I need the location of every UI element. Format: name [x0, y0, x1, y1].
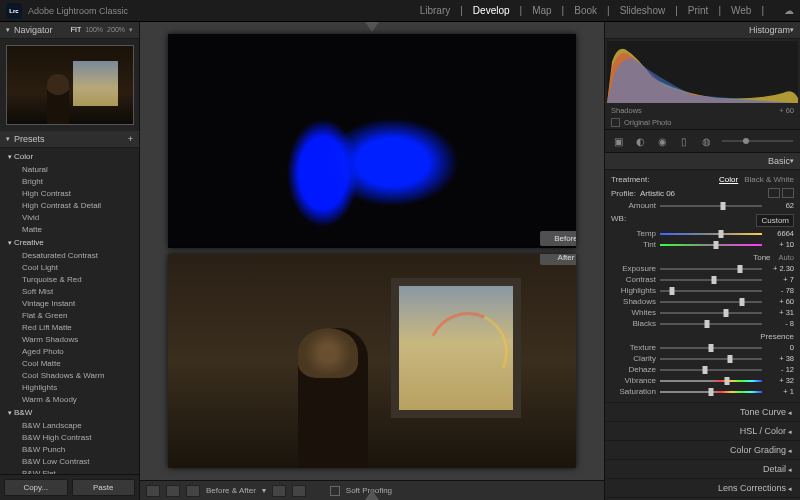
whites-value[interactable]: + 31: [766, 308, 794, 317]
view-mode-label[interactable]: Before & After: [206, 486, 256, 495]
preset-item[interactable]: Cool Matte: [8, 358, 139, 370]
contrast-value[interactable]: + 7: [766, 275, 794, 284]
mask-tool-icon[interactable]: ▯: [674, 133, 694, 149]
preset-group[interactable]: B&W: [8, 406, 139, 420]
preset-item[interactable]: Matte: [8, 224, 139, 236]
cloud-sync-icon[interactable]: ☁: [784, 5, 794, 16]
module-print[interactable]: Print: [688, 5, 709, 16]
navigator-header[interactable]: ▾ Navigator FIT 100% 200% ▾: [0, 22, 139, 39]
soft-proofing-checkbox[interactable]: [330, 486, 340, 496]
preset-item[interactable]: B&W High Contrast: [8, 432, 139, 444]
chevron-down-icon[interactable]: ▾: [129, 26, 133, 34]
collapsed-panel-detail[interactable]: Detail: [605, 459, 800, 478]
preset-item[interactable]: Warm Shadows: [8, 334, 139, 346]
before-photo[interactable]: Before: [168, 34, 576, 248]
blacks-value[interactable]: - 8: [766, 319, 794, 328]
module-library[interactable]: Library: [420, 5, 451, 16]
saturation-value[interactable]: + 1: [766, 387, 794, 396]
texture-value[interactable]: 0: [766, 343, 794, 352]
grad-tool-icon[interactable]: ◍: [696, 133, 716, 149]
preset-item[interactable]: Aged Photo: [8, 346, 139, 358]
compare-view-icon[interactable]: [166, 485, 180, 497]
dehaze-value[interactable]: - 12: [766, 365, 794, 374]
presets-header[interactable]: ▾ Presets +: [0, 131, 139, 148]
vibrance-value[interactable]: + 32: [766, 376, 794, 385]
preset-item[interactable]: Flat & Green: [8, 310, 139, 322]
contrast-slider[interactable]: [660, 279, 762, 281]
module-book[interactable]: Book: [574, 5, 597, 16]
clarity-value[interactable]: + 38: [766, 354, 794, 363]
module-develop[interactable]: Develop: [473, 5, 510, 16]
zoom-picker[interactable]: FIT 100% 200% ▾: [71, 26, 133, 34]
preset-item[interactable]: Cool Light: [8, 262, 139, 274]
preset-list[interactable]: ColorNaturalBrightHigh ContrastHigh Cont…: [0, 148, 139, 474]
crop-tool-icon[interactable]: ▣: [608, 133, 628, 149]
exposure-slider[interactable]: [660, 268, 762, 270]
module-slideshow[interactable]: Slideshow: [620, 5, 666, 16]
basic-header[interactable]: Basic ▾: [605, 153, 800, 170]
highlights-slider[interactable]: [660, 290, 762, 292]
tint-slider[interactable]: [660, 244, 762, 246]
heal-tool-icon[interactable]: ◐: [630, 133, 650, 149]
clarity-slider[interactable]: [660, 358, 762, 360]
blacks-slider[interactable]: [660, 323, 762, 325]
collapsed-panel-color-grading[interactable]: Color Grading: [605, 440, 800, 459]
saturation-slider[interactable]: [660, 391, 762, 393]
shadows-value[interactable]: + 60: [766, 297, 794, 306]
amount-slider[interactable]: [660, 205, 762, 207]
preset-item[interactable]: High Contrast: [8, 188, 139, 200]
preset-item[interactable]: B&W Low Contrast: [8, 456, 139, 468]
swap-icon[interactable]: [272, 485, 286, 497]
profile-prev-icon[interactable]: [768, 188, 780, 198]
collapsed-panel-tone-curve[interactable]: Tone Curve: [605, 402, 800, 421]
amount-value[interactable]: 62: [766, 201, 794, 210]
after-photo[interactable]: After: [168, 254, 576, 468]
preset-group[interactable]: Creative: [8, 236, 139, 250]
loupe-view-icon[interactable]: [146, 485, 160, 497]
preset-group[interactable]: Color: [8, 150, 139, 164]
vibrance-slider[interactable]: [660, 380, 762, 382]
whites-slider[interactable]: [660, 312, 762, 314]
navigator-thumbnail[interactable]: [0, 39, 139, 131]
preset-item[interactable]: Desaturated Contrast: [8, 250, 139, 262]
preset-item[interactable]: Natural: [8, 164, 139, 176]
exposure-value[interactable]: + 2.30: [766, 264, 794, 273]
preset-item[interactable]: Warm & Moody: [8, 394, 139, 406]
texture-slider[interactable]: [660, 347, 762, 349]
temp-value[interactable]: 6664: [766, 229, 794, 238]
preset-item[interactable]: Vivid: [8, 212, 139, 224]
redeye-tool-icon[interactable]: ◉: [652, 133, 672, 149]
chevron-down-icon[interactable]: ▾: [262, 486, 266, 495]
preset-item[interactable]: Vintage Instant: [8, 298, 139, 310]
preset-item[interactable]: Bright: [8, 176, 139, 188]
histogram-display[interactable]: [607, 41, 798, 103]
copy-button[interactable]: Copy...: [4, 479, 68, 496]
auto-button[interactable]: Auto: [779, 253, 794, 262]
preset-item[interactable]: B&W Landscape: [8, 420, 139, 432]
preset-item[interactable]: Turquoise & Red: [8, 274, 139, 286]
preset-item[interactable]: High Contrast & Detail: [8, 200, 139, 212]
tool-slider[interactable]: [722, 140, 793, 142]
treatment-color[interactable]: Color: [719, 175, 738, 184]
profile-name[interactable]: Artistic 06: [640, 189, 675, 198]
wb-select[interactable]: Custom: [756, 214, 794, 227]
module-web[interactable]: Web: [731, 5, 751, 16]
tint-value[interactable]: + 10: [766, 240, 794, 249]
preset-item[interactable]: Soft Mist: [8, 286, 139, 298]
shadows-slider[interactable]: [660, 301, 762, 303]
copy-settings-icon[interactable]: [292, 485, 306, 497]
module-map[interactable]: Map: [532, 5, 551, 16]
treatment-bw[interactable]: Black & White: [744, 175, 794, 184]
grid-view-icon[interactable]: [186, 485, 200, 497]
preset-item[interactable]: B&W Punch: [8, 444, 139, 456]
paste-button[interactable]: Paste: [72, 479, 136, 496]
histogram-header[interactable]: Histogram ▾: [605, 22, 800, 39]
original-photo-checkbox[interactable]: [611, 118, 620, 127]
preset-item[interactable]: Red Lift Matte: [8, 322, 139, 334]
profile-browser-icon[interactable]: [782, 188, 794, 198]
dehaze-slider[interactable]: [660, 369, 762, 371]
collapsed-panel-lens-corrections[interactable]: Lens Corrections: [605, 478, 800, 497]
plus-icon[interactable]: +: [128, 134, 133, 144]
collapsed-panel-hsl-color[interactable]: HSL / Color: [605, 421, 800, 440]
highlights-value[interactable]: - 78: [766, 286, 794, 295]
